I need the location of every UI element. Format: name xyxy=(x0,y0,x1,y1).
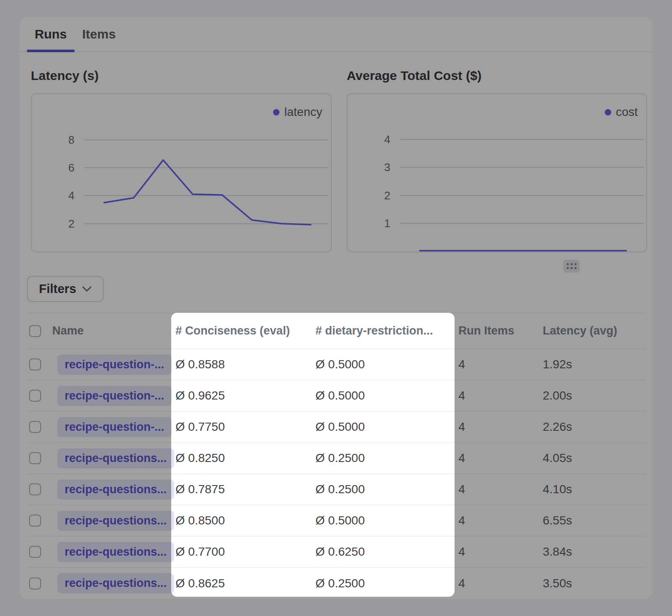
dietary-restriction-cell: Ø 0.5000 xyxy=(315,420,458,434)
run-items-cell: 4 xyxy=(458,420,543,434)
latency-cell: 2.00s xyxy=(543,389,645,403)
cost-chart: cost 4321 xyxy=(347,93,647,252)
run-items-cell: 4 xyxy=(458,451,543,465)
checkbox-cell xyxy=(27,358,52,370)
run-name-badge[interactable]: recipe-questions... xyxy=(57,480,174,500)
dietary-restriction-cell: Ø 0.5000 xyxy=(315,514,458,527)
dietary-restriction-cell: Ø 0.2500 xyxy=(315,483,458,496)
tab-bar: Runs Items xyxy=(19,17,653,52)
run-items-cell: 4 xyxy=(458,358,543,371)
conciseness-cell: Ø 0.8588 xyxy=(175,358,315,371)
name-cell: recipe-questions... xyxy=(52,480,175,500)
table-row[interactable]: recipe-question-... Ø 0.9625 Ø 0.5000 4 … xyxy=(27,380,645,412)
name-cell: recipe-question-... xyxy=(52,355,175,375)
latency-legend: latency xyxy=(273,105,322,119)
select-all-checkbox[interactable] xyxy=(29,325,41,337)
latency-cell: 3.84s xyxy=(543,545,645,559)
conciseness-cell: Ø 0.7750 xyxy=(175,420,315,434)
table-row[interactable]: recipe-question-... Ø 0.7750 Ø 0.5000 4 … xyxy=(27,412,645,443)
table-header-row: Name # Conciseness (eval) # dietary-rest… xyxy=(27,313,645,349)
row-checkbox[interactable] xyxy=(29,358,41,370)
cost-legend: cost xyxy=(605,105,638,119)
row-checkbox[interactable] xyxy=(29,483,41,495)
tab-runs[interactable]: Runs xyxy=(27,17,74,51)
row-checkbox[interactable] xyxy=(29,421,41,433)
run-items-cell: 4 xyxy=(458,545,543,559)
conciseness-cell: Ø 0.8500 xyxy=(175,514,315,527)
legend-label: cost xyxy=(616,105,638,119)
checkbox-cell xyxy=(27,421,52,433)
legend-dot-icon xyxy=(605,109,611,116)
run-name-badge[interactable]: recipe-questions... xyxy=(57,448,174,468)
name-cell: recipe-questions... xyxy=(52,542,175,562)
name-cell: recipe-questions... xyxy=(52,511,175,531)
conciseness-cell: Ø 0.7700 xyxy=(175,545,315,559)
dietary-restriction-cell: Ø 0.2500 xyxy=(315,451,458,465)
name-cell: recipe-question-... xyxy=(52,417,175,437)
latency-cell: 2.26s xyxy=(543,420,645,434)
dietary-restriction-cell: Ø 0.5000 xyxy=(315,389,458,403)
run-name-badge[interactable]: recipe-question-... xyxy=(57,355,172,375)
table-row[interactable]: recipe-questions... Ø 0.7875 Ø 0.2500 4 … xyxy=(27,474,645,505)
latency-chart-title: Latency (s) xyxy=(31,68,98,83)
row-checkbox[interactable] xyxy=(29,578,41,589)
table-row[interactable]: recipe-questions... Ø 0.8500 Ø 0.5000 4 … xyxy=(27,505,645,536)
runs-table: Name # Conciseness (eval) # dietary-rest… xyxy=(27,313,645,599)
runs-card: Runs Items Latency (s) Average Total Cos… xyxy=(19,17,653,599)
checkbox-cell xyxy=(27,515,52,527)
name-cell: recipe-questions... xyxy=(52,448,175,468)
tab-items-label: Items xyxy=(82,27,116,41)
table-row[interactable]: recipe-questions... Ø 0.8250 Ø 0.2500 4 … xyxy=(27,443,645,474)
conciseness-cell: Ø 0.8250 xyxy=(175,451,315,465)
latency-chart: latency 8642 xyxy=(31,93,332,252)
latency-cell: 4.05s xyxy=(543,451,645,465)
row-checkbox[interactable] xyxy=(29,546,41,558)
select-all-cell xyxy=(27,325,52,337)
checkbox-cell xyxy=(27,546,52,558)
run-name-badge[interactable]: recipe-questions... xyxy=(57,542,174,562)
latency-cell: 6.55s xyxy=(543,514,645,527)
chevron-down-icon xyxy=(82,286,92,292)
latency-cell: 1.92s xyxy=(543,358,645,371)
latency-cell: 3.50s xyxy=(543,577,645,590)
checkbox-cell xyxy=(27,390,52,402)
column-header-run-items: Run Items xyxy=(458,324,543,338)
name-cell: recipe-questions... xyxy=(52,573,175,593)
legend-label: latency xyxy=(284,105,322,119)
dietary-restriction-cell: Ø 0.6250 xyxy=(315,545,458,559)
drag-handle[interactable] xyxy=(563,260,580,272)
filters-button-label: Filters xyxy=(39,282,76,296)
conciseness-cell: Ø 0.9625 xyxy=(175,389,315,403)
cost-chart-title: Average Total Cost ($) xyxy=(347,68,482,83)
run-name-badge[interactable]: recipe-questions... xyxy=(57,511,174,531)
row-checkbox[interactable] xyxy=(29,515,41,527)
legend-dot-icon xyxy=(273,109,280,116)
run-name-badge[interactable]: recipe-question-... xyxy=(57,417,172,437)
checkbox-cell xyxy=(27,452,52,464)
column-header-dietary-restriction: # dietary-restriction... xyxy=(315,324,458,338)
table-row[interactable]: recipe-questions... Ø 0.8625 Ø 0.2500 4 … xyxy=(27,568,645,599)
screen: Runs Items Latency (s) Average Total Cos… xyxy=(0,0,672,616)
filters-button[interactable]: Filters xyxy=(27,276,104,302)
tab-runs-label: Runs xyxy=(35,27,67,41)
column-header-name: Name xyxy=(52,324,175,338)
dietary-restriction-cell: Ø 0.2500 xyxy=(315,577,458,590)
checkbox-cell xyxy=(27,578,52,589)
column-header-latency-avg: Latency (avg) xyxy=(543,324,645,338)
tab-items[interactable]: Items xyxy=(74,17,123,51)
run-name-badge[interactable]: recipe-question-... xyxy=(57,386,172,406)
column-header-conciseness: # Conciseness (eval) xyxy=(175,324,315,338)
run-items-cell: 4 xyxy=(458,577,543,590)
dietary-restriction-cell: Ø 0.5000 xyxy=(315,358,458,371)
run-items-cell: 4 xyxy=(458,514,543,527)
row-checkbox[interactable] xyxy=(29,390,41,402)
run-items-cell: 4 xyxy=(458,483,543,496)
latency-cell: 4.10s xyxy=(543,483,645,496)
conciseness-cell: Ø 0.8625 xyxy=(175,577,315,590)
name-cell: recipe-question-... xyxy=(52,386,175,406)
run-name-badge[interactable]: recipe-questions... xyxy=(57,573,174,593)
checkbox-cell xyxy=(27,483,52,495)
table-row[interactable]: recipe-question-... Ø 0.8588 Ø 0.5000 4 … xyxy=(27,349,645,380)
table-row[interactable]: recipe-questions... Ø 0.7700 Ø 0.6250 4 … xyxy=(27,536,645,568)
row-checkbox[interactable] xyxy=(29,452,41,464)
